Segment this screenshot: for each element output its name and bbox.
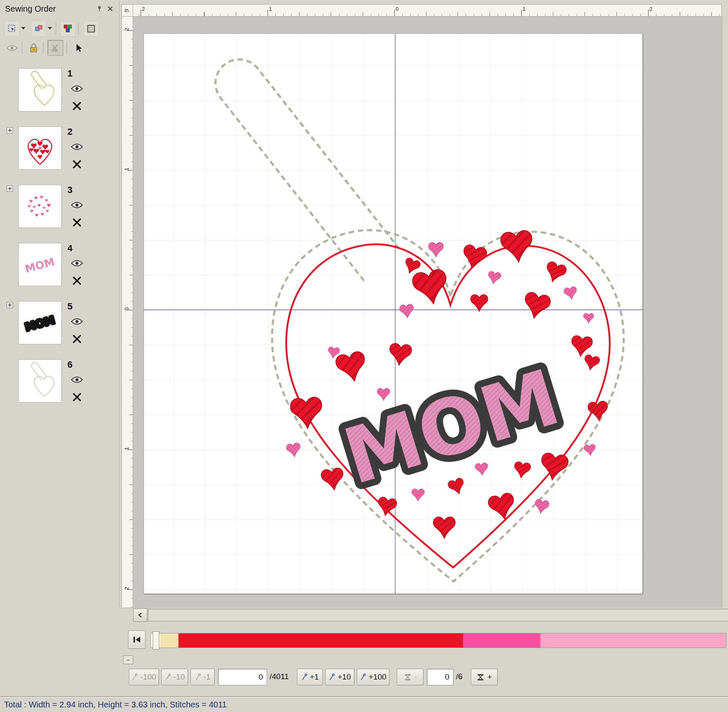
svg-text:MOM: MOM — [24, 314, 56, 334]
forward-1-button[interactable]: +1 — [297, 669, 323, 685]
item-number: 2 — [67, 126, 72, 137]
visibility-eye-icon[interactable] — [71, 318, 83, 325]
item-thumbnail[interactable] — [18, 359, 62, 403]
next-color-button[interactable]: + — [471, 669, 498, 685]
visibility-eye-icon[interactable] — [71, 260, 83, 267]
ruler-number: 2 — [649, 6, 652, 12]
collapse-button[interactable]: − — [123, 655, 133, 664]
pin-icon[interactable] — [95, 4, 104, 13]
cursor-icon[interactable] — [71, 40, 87, 56]
show-all-eye-icon[interactable] — [4, 40, 20, 56]
previous-color-label: - — [414, 672, 417, 682]
expand-icon[interactable] — [7, 185, 13, 192]
scrollbar-thumb[interactable] — [148, 609, 728, 621]
needle-icon — [301, 673, 307, 681]
sewing-order-item: MOM 4 — [0, 241, 119, 296]
horizontal-ruler: 2 1 0 1 2 — [133, 4, 722, 17]
color-blocks-icon[interactable] — [60, 21, 76, 37]
color-total-label: /6 — [456, 672, 463, 681]
placement-outline-thumb — [19, 69, 61, 111]
vertical-ruler: 2 1 0 1 2 — [121, 17, 133, 608]
item-number: 5 — [67, 301, 72, 312]
sewing-order-item: 1 — [0, 67, 119, 121]
colorbar-segment — [540, 633, 726, 648]
color-number-input[interactable]: 0 — [427, 669, 453, 685]
back-10-button[interactable]: -10 — [161, 669, 188, 685]
select-tool-icon[interactable] — [4, 21, 20, 37]
item-number: 6 — [67, 359, 72, 370]
ruler-number: 0 — [124, 305, 130, 313]
close-icon[interactable] — [106, 4, 115, 13]
sewing-order-item: MOM 5 — [0, 299, 119, 354]
design-workspace[interactable]: MOM MOM — [133, 17, 722, 608]
vertical-scrollbar[interactable] — [722, 17, 728, 608]
forward-10-button[interactable]: +10 — [325, 669, 354, 685]
visibility-eye-icon[interactable] — [71, 376, 83, 383]
pink-scatter-thumb — [19, 185, 61, 227]
item-number: 3 — [67, 185, 72, 195]
back-1-button[interactable]: -1 — [191, 669, 215, 685]
sewing-order-item: 2 — [0, 125, 119, 180]
visibility-eye-icon[interactable] — [71, 143, 83, 151]
ruler-number: 2 — [142, 6, 145, 12]
scroll-left-icon[interactable] — [133, 608, 147, 622]
stitch-progress-bar[interactable] — [151, 633, 726, 648]
panel-title: Sewing Order — [5, 4, 56, 14]
toolbar-separator — [56, 22, 56, 34]
hoop-icon[interactable] — [83, 21, 99, 37]
status-bar: Total : Width = 2.94 inch, Height = 3.63… — [0, 697, 728, 712]
item-thumbnail[interactable] — [18, 126, 62, 170]
lock-icon[interactable] — [26, 40, 42, 56]
horizontal-scrollbar[interactable] — [133, 608, 728, 622]
visibility-eye-icon[interactable] — [71, 85, 83, 92]
trim-icon[interactable] — [72, 334, 82, 344]
spool-icon — [404, 674, 412, 681]
color-current-value: 0 — [445, 672, 449, 682]
expand-icon[interactable] — [7, 127, 13, 134]
ruler-number: 0 — [396, 6, 399, 12]
toolbar-separator — [22, 42, 22, 53]
ruler-number: 1 — [124, 445, 130, 453]
application-window: Sewing Order — [0, 0, 728, 712]
previous-color-button[interactable]: - — [397, 669, 423, 685]
next-color-label: + — [487, 672, 492, 682]
trim-icon[interactable] — [72, 393, 82, 402]
group-tool-icon[interactable] — [31, 21, 47, 37]
back-1-label: -1 — [203, 672, 210, 682]
sewing-order-panel: Sewing Order — [0, 0, 119, 607]
item-thumbnail[interactable] — [18, 68, 62, 111]
trim-icon[interactable] — [72, 101, 82, 111]
trim-icon[interactable] — [72, 276, 82, 285]
scissors-icon[interactable] — [47, 40, 63, 56]
visibility-eye-icon[interactable] — [71, 201, 83, 209]
stitch-current-value: 0 — [258, 672, 263, 682]
embroidery-design: MOM MOM — [144, 33, 643, 594]
ruler-number: 1 — [522, 6, 525, 12]
dark-mom-outline-thumb: MOM — [19, 302, 61, 344]
needle-icon — [329, 673, 335, 681]
trim-icon[interactable] — [72, 160, 82, 169]
group-tool-dropdown-icon[interactable] — [47, 21, 53, 36]
rewind-icon — [133, 636, 141, 643]
rewind-button[interactable] — [128, 630, 146, 649]
back-100-label: -100 — [140, 672, 156, 682]
back-100-button[interactable]: -100 — [129, 669, 159, 685]
item-thumbnail[interactable]: MOM — [18, 243, 62, 286]
expand-icon[interactable] — [7, 302, 13, 308]
colorbar-segment — [178, 633, 463, 648]
sewing-order-item: 6 — [0, 358, 119, 413]
forward-100-button[interactable]: +100 — [357, 669, 389, 685]
final-outline-thumb — [19, 360, 61, 402]
toolbar-separator — [78, 22, 79, 34]
item-thumbnail[interactable] — [18, 185, 62, 228]
forward-10-label: +10 — [337, 672, 351, 682]
toolbar-separator — [67, 42, 67, 53]
ruler-number: 1 — [124, 165, 130, 173]
trim-icon[interactable] — [72, 218, 82, 227]
item-thumbnail[interactable]: MOM — [18, 301, 62, 344]
select-tool-dropdown-icon[interactable] — [20, 21, 27, 36]
progress-slider-handle[interactable] — [153, 631, 159, 650]
stitch-number-input[interactable]: 0 — [218, 669, 267, 685]
red-heart-thumb — [19, 127, 61, 169]
needle-icon — [195, 673, 201, 681]
